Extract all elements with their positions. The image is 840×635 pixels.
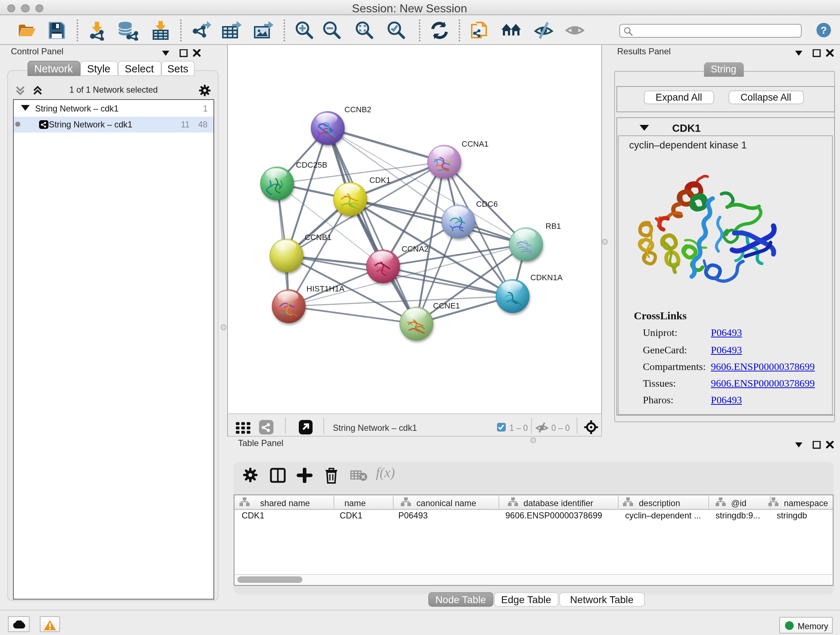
- svg-text:CCNE1: CCNE1: [433, 301, 460, 310]
- svg-text:CCNA1: CCNA1: [461, 139, 488, 149]
- svg-text:CDC6: CDC6: [476, 200, 497, 209]
- svg-text:?: ?: [821, 25, 827, 36]
- svg-text:CDK1: CDK1: [369, 176, 390, 185]
- svg-text:CDC25B: CDC25B: [295, 160, 327, 169]
- svg-text:CCNB2: CCNB2: [344, 105, 371, 114]
- svg-text:CCNA2: CCNA2: [401, 244, 428, 253]
- svg-text:CDKN1A: CDKN1A: [530, 273, 562, 282]
- svg-text:HIST1H1A: HIST1H1A: [306, 284, 344, 293]
- svg-text:CCNB1: CCNB1: [304, 233, 332, 242]
- svg-text:RB1: RB1: [545, 222, 561, 231]
